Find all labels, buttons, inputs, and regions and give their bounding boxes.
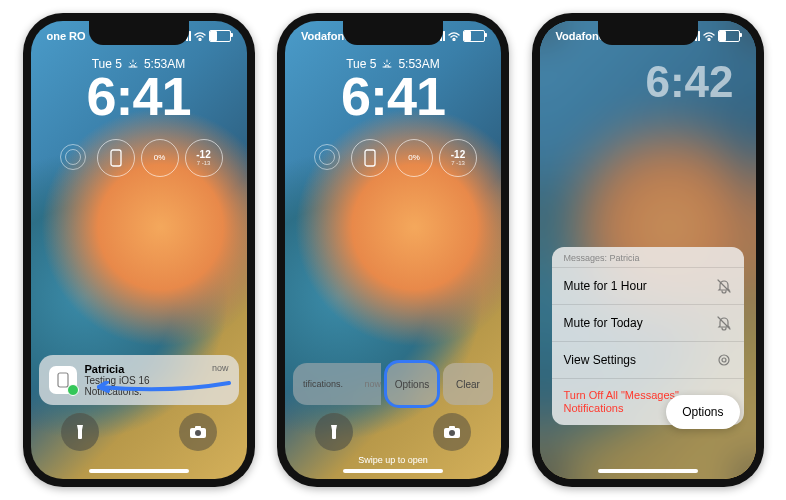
flashlight-button[interactable] xyxy=(315,413,353,451)
battery-icon xyxy=(718,30,740,42)
bell-slash-icon xyxy=(716,315,732,331)
notification-card[interactable]: Patricia Testing iOS 16 Notifications. n… xyxy=(39,355,239,405)
svg-point-3 xyxy=(195,430,201,436)
notification-time: now xyxy=(212,363,229,373)
wifi-icon xyxy=(194,32,206,41)
time-label: 6:41 xyxy=(31,69,247,123)
notification-content: Patricia Testing iOS 16 Notifications. xyxy=(85,363,204,397)
bottom-controls xyxy=(285,413,501,451)
lock-screen: Vodafone I Tue 5 5:53AM 6:41 0% -127 -13… xyxy=(285,21,501,479)
home-indicator[interactable] xyxy=(89,469,189,473)
wifi-icon xyxy=(703,32,715,41)
notification-message: Testing iOS 16 Notifications. xyxy=(85,375,204,397)
options-pill-button[interactable]: Options xyxy=(666,395,739,429)
lock-screen: one RO Tue 5 5:53AM 6:41 0% -127 -13 Pat… xyxy=(31,21,247,479)
phone-1: one RO Tue 5 5:53AM 6:41 0% -127 -13 Pat… xyxy=(23,13,255,487)
svg-point-9 xyxy=(719,355,729,365)
camera-button[interactable] xyxy=(179,413,217,451)
messages-app-icon xyxy=(49,366,77,394)
weather-widget[interactable]: -127 -13 xyxy=(439,139,477,177)
clear-action-button[interactable]: Clear xyxy=(443,363,493,405)
svg-point-10 xyxy=(722,358,726,362)
rings-widget[interactable] xyxy=(309,139,345,175)
mute-1-hour-item[interactable]: Mute for 1 Hour xyxy=(552,267,744,304)
camera-button[interactable] xyxy=(433,413,471,451)
camera-icon xyxy=(189,425,207,439)
phone-widget[interactable] xyxy=(97,139,135,177)
flashlight-icon xyxy=(73,423,87,441)
phone-2: Vodafone I Tue 5 5:53AM 6:41 0% -127 -13… xyxy=(277,13,509,487)
notification-sender: Patricia xyxy=(85,363,204,375)
partial-text: tifications. xyxy=(303,379,343,389)
lock-screen-blurred: Vodafone I 6:42 Messages: Patricia Mute … xyxy=(540,21,756,479)
blurred-time: 6:42 xyxy=(645,57,733,107)
widgets-row: 0% -127 -13 xyxy=(55,139,223,177)
notification-swipe-actions: tifications. now Options Clear xyxy=(293,363,493,405)
menu-header: Messages: Patricia xyxy=(552,247,744,267)
battery-icon xyxy=(463,30,485,42)
camera-icon xyxy=(443,425,461,439)
flashlight-button[interactable] xyxy=(61,413,99,451)
widgets-row: 0% -127 -13 xyxy=(309,139,477,177)
svg-rect-0 xyxy=(111,150,121,166)
swipe-hint: Swipe up to open xyxy=(285,455,501,465)
weather-widget[interactable]: -127 -13 xyxy=(185,139,223,177)
wifi-icon xyxy=(448,32,460,41)
phone-icon xyxy=(363,149,377,167)
notch xyxy=(89,21,189,45)
bottom-controls xyxy=(31,413,247,451)
datetime: Tue 5 5:53AM 6:41 xyxy=(31,57,247,123)
svg-rect-4 xyxy=(195,426,201,429)
temp-main: -12 xyxy=(196,149,210,160)
gear-icon xyxy=(716,352,732,368)
datetime: Tue 5 5:53AM 6:41 xyxy=(285,57,501,123)
mute-today-item[interactable]: Mute for Today xyxy=(552,304,744,341)
phone-3: Vodafone I 6:42 Messages: Patricia Mute … xyxy=(532,13,764,487)
svg-point-7 xyxy=(449,430,455,436)
phone-widget[interactable] xyxy=(351,139,389,177)
home-indicator[interactable] xyxy=(598,469,698,473)
options-action-button[interactable]: Options xyxy=(387,363,437,405)
battery-percent: 0% xyxy=(154,153,166,162)
battery-icon xyxy=(209,30,231,42)
home-indicator[interactable] xyxy=(343,469,443,473)
svg-rect-1 xyxy=(58,373,68,387)
rings-widget[interactable] xyxy=(55,139,91,175)
bell-slash-icon xyxy=(716,278,732,294)
svg-rect-8 xyxy=(449,426,455,429)
notification-partial[interactable]: tifications. now xyxy=(293,363,381,405)
battery-widget[interactable]: 0% xyxy=(395,139,433,177)
carrier-label: one RO xyxy=(47,30,86,42)
partial-time: now xyxy=(364,379,381,389)
phone-icon xyxy=(109,149,123,167)
notch xyxy=(343,21,443,45)
svg-rect-5 xyxy=(365,150,375,166)
time-label: 6:41 xyxy=(285,69,501,123)
view-settings-item[interactable]: View Settings xyxy=(552,341,744,378)
battery-widget[interactable]: 0% xyxy=(141,139,179,177)
notch xyxy=(598,21,698,45)
flashlight-icon xyxy=(327,423,341,441)
